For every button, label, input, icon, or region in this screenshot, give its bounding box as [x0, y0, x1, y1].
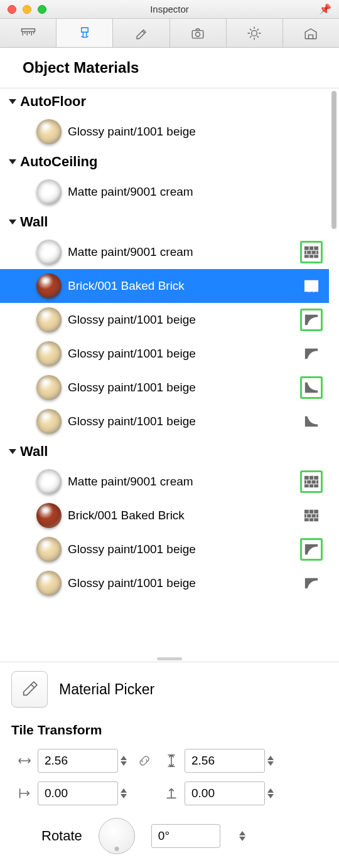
- crown-tile-icon[interactable]: [300, 342, 323, 365]
- tile-offset-x-value: 0.00: [45, 786, 68, 800]
- material-picker-title: Material Picker: [59, 681, 154, 698]
- scrollbar-track[interactable]: [331, 91, 336, 653]
- brush-icon: [76, 24, 94, 42]
- brick-tile-icon[interactable]: [300, 241, 323, 263]
- tile-width-input[interactable]: 2.56: [38, 749, 118, 773]
- tab-lighting[interactable]: [227, 19, 283, 47]
- material-picker-button[interactable]: [11, 671, 48, 707]
- tile-width-value: 2.56: [45, 754, 68, 768]
- scrollbar-thumb[interactable]: [331, 91, 336, 229]
- tile-width-stepper[interactable]: [118, 756, 129, 766]
- stepper-up-icon: [267, 756, 274, 760]
- section-heading: Object Materials: [0, 48, 339, 88]
- window-title: Inspector: [0, 4, 339, 14]
- material-row[interactable]: Glossy paint/1001 beige: [0, 115, 329, 149]
- pane-splitter[interactable]: [0, 655, 339, 662]
- minimize-window-button[interactable]: [23, 5, 31, 14]
- width-icon: [11, 753, 38, 769]
- tile-offset-x-input[interactable]: 0.00: [38, 781, 118, 805]
- tree-group-header[interactable]: Wall: [0, 438, 329, 465]
- tab-edit[interactable]: [113, 19, 170, 47]
- group-name: Wall: [20, 214, 48, 230]
- tab-dimensions[interactable]: [0, 19, 56, 47]
- stepper-down-icon: [267, 761, 274, 766]
- stepper-up-icon: [121, 756, 127, 760]
- material-row[interactable]: Glossy paint/1001 beige: [0, 566, 329, 600]
- svg-point-2: [252, 30, 257, 36]
- tree-group-header[interactable]: Wall: [0, 209, 329, 235]
- material-row[interactable]: Glossy paint/1001 beige: [0, 337, 329, 371]
- tab-building[interactable]: [283, 19, 339, 47]
- crown-tile-icon[interactable]: [300, 309, 323, 331]
- tree-group-header[interactable]: AutoFloor: [0, 88, 329, 115]
- traffic-lights: [0, 5, 46, 14]
- chevron-down-icon: [9, 449, 16, 454]
- pin-icon[interactable]: 📌: [319, 3, 331, 15]
- rotate-dial[interactable]: [99, 818, 135, 854]
- material-swatch-icon: [36, 307, 62, 332]
- material-swatch-icon: [36, 341, 62, 366]
- tile-offset-x-stepper[interactable]: [118, 788, 129, 798]
- material-swatch-icon: [36, 469, 62, 494]
- base-tile-icon[interactable]: [300, 410, 323, 433]
- stepper-down-icon: [267, 794, 274, 798]
- group-name: AutoCeiling: [20, 154, 97, 170]
- tile-offset-y-stepper[interactable]: [265, 788, 276, 798]
- brick-tile-icon[interactable]: [300, 504, 323, 527]
- material-row[interactable]: Matte paint/9001 cream: [0, 465, 329, 499]
- pencil-icon: [132, 24, 150, 42]
- rotate-input[interactable]: 0°: [151, 824, 220, 848]
- tile-transform-grid: 2.56 2.56 0.00: [11, 749, 328, 805]
- material-swatch-icon: [36, 179, 62, 204]
- material-label: Glossy paint/1001 beige: [68, 576, 294, 590]
- tile-height-stepper[interactable]: [265, 756, 276, 766]
- material-row[interactable]: Glossy paint/1001 beige: [0, 303, 329, 337]
- tile-offset-y-input[interactable]: 0.00: [185, 781, 265, 805]
- base-tile-icon[interactable]: [300, 376, 323, 399]
- material-swatch-icon: [36, 503, 62, 528]
- group-name: AutoFloor: [20, 93, 86, 110]
- rotate-value: 0°: [158, 829, 170, 843]
- camera-icon: [189, 24, 207, 42]
- material-row[interactable]: Matte paint/9001 cream: [0, 175, 329, 209]
- material-label: Matte paint/9001 cream: [68, 475, 294, 489]
- rotate-stepper[interactable]: [237, 831, 248, 841]
- material-row[interactable]: Glossy paint/1001 beige: [0, 532, 329, 566]
- brick-tile-icon[interactable]: [300, 470, 323, 493]
- rotate-row: Rotate 0°: [11, 818, 328, 854]
- material-swatch-icon: [36, 537, 62, 562]
- sun-icon: [245, 24, 263, 42]
- material-swatch-icon: [36, 571, 62, 596]
- materials-tree-scroll[interactable]: AutoFloorGlossy paint/1001 beige AutoCei…: [0, 88, 329, 655]
- stepper-up-icon: [121, 788, 127, 793]
- tab-materials[interactable]: [56, 19, 113, 47]
- group-name: Wall: [20, 443, 48, 460]
- crown-tile-icon[interactable]: [300, 572, 323, 595]
- window-titlebar: Inspector 📌: [0, 0, 339, 19]
- link-dimensions-button[interactable]: [131, 753, 158, 768]
- tree-group-header[interactable]: AutoCeiling: [0, 149, 329, 175]
- zoom-window-button[interactable]: [38, 5, 46, 14]
- svg-point-1: [196, 32, 200, 36]
- material-row[interactable]: Brick/001 Baked Brick: [0, 269, 329, 303]
- crown-tile-icon[interactable]: [300, 538, 323, 561]
- offset-x-icon: [11, 785, 38, 802]
- close-window-button[interactable]: [8, 5, 16, 14]
- material-label: Glossy paint/1001 beige: [68, 415, 294, 428]
- building-icon: [302, 24, 320, 42]
- offset-y-icon: [158, 785, 185, 802]
- material-row[interactable]: Glossy paint/1001 beige: [0, 371, 329, 405]
- material-row[interactable]: Brick/001 Baked Brick: [0, 499, 329, 532]
- material-row[interactable]: Matte paint/9001 cream: [0, 235, 329, 269]
- material-label: Glossy paint/1001 beige: [68, 347, 294, 361]
- material-label: Glossy paint/1001 beige: [68, 125, 323, 139]
- height-icon: [158, 753, 185, 769]
- material-swatch-icon: [36, 240, 62, 265]
- link-icon: [137, 753, 152, 768]
- material-row[interactable]: Glossy paint/1001 beige: [0, 405, 329, 438]
- brick-tile-icon[interactable]: [300, 275, 323, 297]
- inspector-tab-strip: [0, 19, 339, 48]
- tab-camera[interactable]: [170, 19, 227, 47]
- material-detail-pane: Material Picker Tile Transform 2.56 2.56: [0, 662, 339, 868]
- tile-height-input[interactable]: 2.56: [185, 749, 265, 773]
